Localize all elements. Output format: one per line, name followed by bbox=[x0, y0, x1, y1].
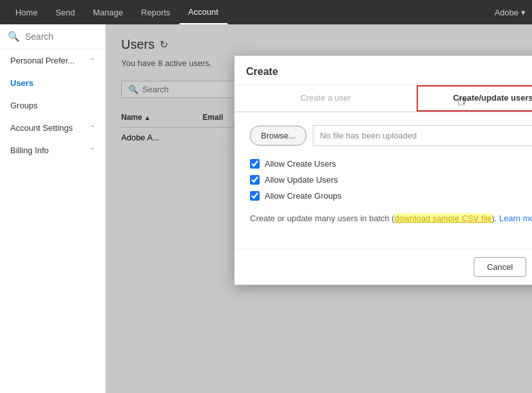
browse-button[interactable]: Browse... bbox=[250, 126, 306, 146]
cancel-button[interactable]: Cancel bbox=[474, 257, 526, 277]
sidebar-item-account-settings[interactable]: Account Settings ⌃ bbox=[0, 117, 105, 139]
allow-update-users-checkbox[interactable] bbox=[250, 175, 260, 185]
dialog-header: Create × bbox=[235, 56, 532, 85]
sidebar-item-users[interactable]: Users bbox=[0, 72, 105, 94]
sidebar-item-label: Personal Prefer... bbox=[10, 56, 74, 65]
top-nav: Home Send Manage Reports Account Adobe ▾ bbox=[0, 0, 532, 24]
checkbox-allow-create-users[interactable]: Allow Create Users bbox=[250, 159, 532, 169]
dialog-footer: Cancel Import bbox=[235, 249, 532, 285]
allow-create-users-label: Allow Create Users bbox=[265, 159, 336, 169]
download-csv-link[interactable]: download sample CSV file bbox=[394, 213, 492, 223]
sidebar-item-label: Billing Info bbox=[10, 146, 49, 155]
checkbox-allow-create-groups[interactable]: Allow Create Groups bbox=[250, 191, 532, 201]
dialog-info-text: Create or update many users in batch (do… bbox=[250, 213, 532, 223]
nav-reports[interactable]: Reports bbox=[132, 0, 179, 24]
nav-links: Home Send Manage Reports Account bbox=[6, 0, 228, 24]
allow-create-users-checkbox[interactable] bbox=[250, 159, 260, 169]
adobe-chevron-icon: ▾ bbox=[521, 8, 526, 17]
sidebar-item-label: Groups bbox=[10, 101, 38, 110]
chevron-down-icon: ⌃ bbox=[90, 147, 95, 154]
create-dialog: Create × Create a user Create/update use… bbox=[234, 55, 532, 285]
search-input[interactable] bbox=[25, 31, 97, 42]
file-upload-row: Browse... No file has been uploaded bbox=[250, 125, 532, 146]
dialog-tabs: Create a user Create/update users in bul… bbox=[235, 85, 532, 112]
nav-send[interactable]: Send bbox=[47, 0, 84, 24]
allow-create-groups-checkbox[interactable] bbox=[250, 191, 260, 201]
sidebar: 🔍 Personal Prefer... ⌃ Users Groups Acco… bbox=[0, 24, 106, 393]
sidebar-item-personal-pref[interactable]: Personal Prefer... ⌃ bbox=[0, 49, 105, 72]
search-icon: 🔍 bbox=[8, 31, 20, 42]
sidebar-search-container[interactable]: 🔍 bbox=[0, 24, 105, 49]
content-area: Users ↻ You have 8 active users. 🔍 bbox=[106, 24, 532, 393]
sidebar-item-groups[interactable]: Groups bbox=[0, 94, 105, 117]
nav-account[interactable]: Account bbox=[179, 0, 228, 24]
chevron-down-icon: ⌃ bbox=[90, 124, 95, 131]
nav-manage[interactable]: Manage bbox=[84, 0, 132, 24]
adobe-label: Adobe bbox=[494, 8, 519, 17]
checkbox-allow-update-users[interactable]: Allow Update Users bbox=[250, 175, 532, 185]
dialog-title: Create bbox=[246, 66, 278, 78]
sidebar-item-label: Account Settings bbox=[10, 123, 73, 133]
info-before: Create or update many users in batch ( bbox=[250, 213, 394, 223]
nav-home[interactable]: Home bbox=[6, 0, 47, 24]
chevron-down-icon: ⌃ bbox=[90, 57, 95, 64]
file-name-display: No file has been uploaded bbox=[313, 125, 532, 146]
adobe-menu[interactable]: Adobe ▾ bbox=[494, 8, 526, 17]
allow-update-users-label: Allow Update Users bbox=[265, 175, 338, 185]
sidebar-item-billing-info[interactable]: Billing Info ⌃ bbox=[0, 139, 105, 162]
allow-create-groups-label: Allow Create Groups bbox=[265, 191, 342, 201]
dialog-body: Browse... No file has been uploaded Allo… bbox=[235, 112, 532, 249]
sidebar-item-label: Users bbox=[10, 78, 33, 88]
learn-more-link[interactable]: Learn more... bbox=[499, 213, 532, 223]
tab-create-user[interactable]: Create a user bbox=[235, 85, 417, 112]
main-layout: 🔍 Personal Prefer... ⌃ Users Groups Acco… bbox=[0, 24, 532, 393]
info-after: ). bbox=[492, 213, 499, 223]
checkbox-group: Allow Create Users Allow Update Users Al… bbox=[250, 159, 532, 201]
tab-create-bulk[interactable]: Create/update users in bulk bbox=[417, 85, 532, 112]
